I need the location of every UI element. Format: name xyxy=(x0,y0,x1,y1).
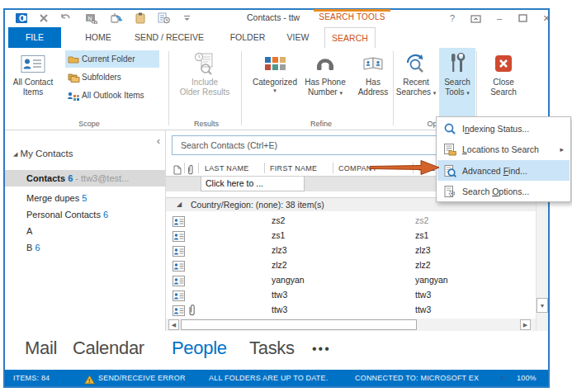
search-tools-icon xyxy=(439,50,475,78)
clipboard-icon[interactable] xyxy=(133,11,148,26)
close-search-label-1: Close xyxy=(482,78,525,87)
ribbon-tabs: FILE HOME SEND / RECEIVE FOLDER VIEW SEA… xyxy=(5,27,548,48)
recent-searches-label-2: Searches xyxy=(396,87,431,97)
contact-row[interactable]: ttw3 ttw3 xyxy=(166,288,536,303)
horizontal-scrollbar[interactable]: ◀ ▶ xyxy=(166,319,536,331)
subfolders-button[interactable]: Subfolders xyxy=(65,68,159,86)
help-button[interactable]: ? xyxy=(444,12,461,25)
tab-send-receive[interactable]: SEND / RECEIVE xyxy=(125,27,213,48)
contact-row[interactable]: zs1 zs1 xyxy=(166,229,536,243)
scroll-right-icon[interactable]: ▶ xyxy=(520,319,531,330)
cell-file-as: ttw3 xyxy=(415,290,431,300)
contact-row[interactable]: zs2 zs2 xyxy=(166,214,536,229)
tab-folder[interactable]: FOLDER xyxy=(218,27,277,48)
screen: O N Contacts - ttw SEARCH TOOLS ? – xyxy=(0,0,572,392)
tab-view[interactable]: VIEW xyxy=(279,27,317,48)
has-address-label-1: Has xyxy=(352,78,395,87)
ribbon-display-options-button[interactable] xyxy=(467,12,484,25)
tab-file[interactable]: FILE xyxy=(8,27,61,48)
contact-row[interactable]: yangyan yangyan xyxy=(166,273,536,288)
all-contact-items-button[interactable]: All Contact Items xyxy=(8,50,58,97)
contact-row[interactable]: ttw3 ttw3 xyxy=(166,303,536,318)
column-header-last-name[interactable]: LAST NAME xyxy=(205,164,249,172)
nav-calendar[interactable]: Calendar xyxy=(73,338,144,359)
click-here-cell[interactable]: Click here to ... xyxy=(201,177,305,191)
group-expand-triangle-icon[interactable]: ◢ xyxy=(177,201,182,208)
cell-first-name: yangyan xyxy=(272,275,305,285)
categorized-button[interactable]: Categorized ▾ xyxy=(248,50,301,94)
nav-tasks[interactable]: Tasks xyxy=(249,338,295,359)
minimize-button[interactable]: – xyxy=(491,12,508,25)
scroll-left-icon[interactable]: ◀ xyxy=(168,319,179,330)
sidebar-item-personal-contacts[interactable]: Personal Contacts 6 xyxy=(5,206,165,223)
group-label-refine: Refine xyxy=(244,118,398,130)
undo-icon[interactable] xyxy=(58,11,73,26)
close-search-button[interactable]: Close Search xyxy=(482,50,525,97)
phone-icon xyxy=(303,50,347,78)
indexing-status-icon xyxy=(437,122,462,135)
close-button[interactable]: ✕ xyxy=(538,12,555,25)
horizontal-scrollbar-thumb[interactable] xyxy=(181,319,417,330)
status-send-receive-error[interactable]: SEND/RECEIVE ERROR xyxy=(98,370,186,386)
folder-count: 5 xyxy=(82,193,87,203)
sidebar-item-merge-dupes[interactable]: Merge dupes 5 xyxy=(5,190,165,206)
status-item-count: ITEMS: 84 xyxy=(13,370,50,386)
contextual-tab-label[interactable]: SEARCH TOOLS xyxy=(314,12,390,21)
tab-search[interactable]: SEARCH xyxy=(324,27,376,48)
menu-item-advanced-find[interactable]: Advanced Find... xyxy=(437,160,570,181)
nav-mail[interactable]: Mail xyxy=(25,338,57,359)
my-contacts-header[interactable]: ◢ My Contacts xyxy=(13,149,73,158)
address-book-icon xyxy=(352,50,395,78)
subfolders-icon xyxy=(65,73,82,83)
group-label-scope: Scope xyxy=(8,118,170,130)
status-connected-to: CONNECTED TO: MICROSOFT EX xyxy=(355,370,497,386)
delete-icon[interactable] xyxy=(36,11,51,26)
menu-item-search-options[interactable]: Search Options... xyxy=(437,182,570,202)
menu-item-indexing-status[interactable]: Indexing Status... xyxy=(437,118,570,139)
sidebar-item-contacts[interactable]: Contacts 6 - ttw3@test... xyxy=(5,170,165,187)
reminders-icon[interactable] xyxy=(155,11,172,26)
contextual-tab-strip xyxy=(314,9,390,12)
status-zoom-level[interactable]: 100% xyxy=(517,370,537,386)
close-search-label-2: Search xyxy=(482,87,525,97)
folder-name: A xyxy=(26,226,32,236)
include-older-results-button: Include Older Results xyxy=(173,50,236,97)
qat-customize-icon[interactable] xyxy=(181,11,192,26)
recent-searches-button[interactable]: Recent Searches ▾ xyxy=(395,50,437,97)
cell-first-name: zs2 xyxy=(272,215,285,225)
maximize-button[interactable] xyxy=(514,12,531,25)
older-results-label-1: Include xyxy=(173,78,236,87)
has-phone-number-button[interactable]: Has Phone Number ▾ xyxy=(303,50,347,97)
categorized-icon xyxy=(248,50,301,78)
all-outlook-items-button[interactable]: All Outlook Items xyxy=(65,87,164,104)
contact-row[interactable]: zlz3 zlz3 xyxy=(166,243,536,258)
tab-home[interactable]: HOME xyxy=(73,27,124,48)
cell-first-name: ttw3 xyxy=(272,290,287,300)
current-folder-button[interactable]: Current Folder xyxy=(65,50,159,68)
contact-card-icon xyxy=(8,50,58,78)
contact-row[interactable]: zlz2 zlz2 xyxy=(166,258,536,273)
nav-more-ellipsis-icon[interactable]: ••• xyxy=(312,342,331,357)
expand-triangle-icon[interactable]: ◢ xyxy=(13,151,17,157)
navigation-bar: Mail Calendar People Tasks ••• xyxy=(5,331,548,370)
empty-deleted-items-icon[interactable] xyxy=(107,11,124,26)
send-to-onenote-icon[interactable]: N xyxy=(83,11,99,26)
sidebar-item-a[interactable]: A xyxy=(5,223,165,239)
has-address-button[interactable]: Has Address xyxy=(352,50,395,97)
recent-searches-icon xyxy=(395,50,437,78)
collapse-pane-chevron-icon[interactable]: ‹ xyxy=(157,135,160,147)
outlook-logo-icon: O xyxy=(13,11,30,26)
column-header-first-name[interactable]: FIRST NAME xyxy=(270,164,317,172)
sidebar-item-b[interactable]: B 6 xyxy=(5,239,165,256)
all-contact-items-label-1: All Contact xyxy=(8,78,58,87)
current-folder-label: Current Folder xyxy=(82,54,135,64)
recent-searches-label-1: Recent xyxy=(395,78,437,87)
scroll-down-icon[interactable]: ▼ xyxy=(537,298,548,313)
nav-people[interactable]: People xyxy=(172,338,227,359)
categorized-label: Categorized xyxy=(248,78,301,87)
menu-item-locations-to-search[interactable]: Locations to Search ▸ xyxy=(437,139,570,160)
window-title: Contacts - ttw xyxy=(247,12,300,22)
all-outlook-items-label: All Outlook Items xyxy=(82,91,144,100)
svg-text:!: ! xyxy=(88,377,91,385)
cell-first-name: ttw3 xyxy=(272,305,287,314)
